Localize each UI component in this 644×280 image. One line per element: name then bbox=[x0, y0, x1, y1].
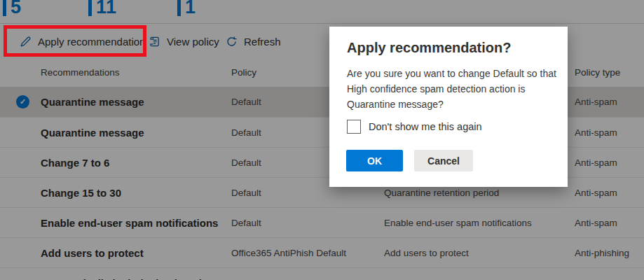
dont-show-again-label: Don't show me this again bbox=[369, 121, 482, 132]
ok-button[interactable]: OK bbox=[346, 150, 403, 172]
dialog-body-text: Are you sure you want to change Default … bbox=[347, 66, 566, 112]
dont-show-again-option[interactable]: Don't show me this again bbox=[347, 120, 482, 134]
apply-recommendation-dialog: Apply recommendation? Are you sure you w… bbox=[329, 27, 568, 187]
dialog-buttons: OK Cancel bbox=[346, 150, 473, 172]
cancel-button[interactable]: Cancel bbox=[414, 150, 473, 172]
dont-show-again-checkbox[interactable] bbox=[347, 120, 361, 134]
dialog-title: Apply recommendation? bbox=[347, 40, 511, 56]
